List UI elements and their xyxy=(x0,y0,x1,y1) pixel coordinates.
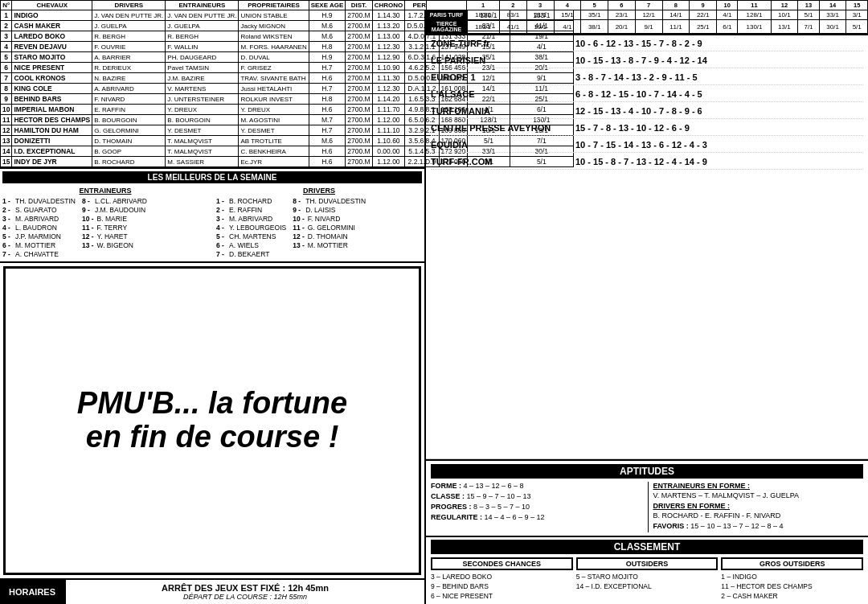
table-cell: T. MALMQVIST xyxy=(166,146,239,157)
table-cell: 2700.M xyxy=(346,125,372,136)
list-item: 3 – LAREDO BOKO xyxy=(431,573,573,581)
regularite-item: REGULARITE : 14 – 4 – 6 – 9 – 12 xyxy=(431,513,641,521)
tierce-magazine-value: 6/1 xyxy=(717,20,738,34)
table-cell: H.7 xyxy=(309,84,346,94)
classement-section: CLASSEMENT SECONDES CHANCES 3 – LAREDO B… xyxy=(426,536,868,604)
table-cell: H.8 xyxy=(309,42,346,52)
grid-col-3: 3 xyxy=(526,1,554,10)
grid-col-10: 10 xyxy=(717,1,738,10)
grid-col-8: 8 xyxy=(662,1,690,10)
paris-turf-value: 3/1 xyxy=(846,10,868,20)
table-cell: 2700.M xyxy=(346,136,372,146)
classe-label: CLASSE : xyxy=(431,492,467,500)
table-cell: Y. DESMET xyxy=(166,125,239,136)
list-item: 6 -A. WIELS xyxy=(216,241,286,249)
table-cell: 10 xyxy=(1,105,12,115)
regularite-label: REGULARITE : xyxy=(431,513,485,521)
drivers-en-forme-title: DRIVERS EN FORME : xyxy=(653,502,864,510)
table-cell: R. DERIEUX xyxy=(92,63,166,73)
table-cell: 5 xyxy=(1,52,12,63)
table-cell: PH. DAUGEARD xyxy=(166,52,239,63)
table-cell: 2700.M xyxy=(346,115,372,125)
table-cell: 6 xyxy=(1,63,12,73)
grid-col-7: 7 xyxy=(635,1,662,10)
pronostic-source: EUROPE 1 xyxy=(431,72,575,82)
pronostic-picks: 10 - 15 - 13 - 8 - 7 - 9 - 4 - 12 - 14 xyxy=(575,55,707,65)
gros-outsiders-title: GROS OUTSIDERS xyxy=(721,557,863,570)
table-cell: H.6 xyxy=(309,73,346,84)
paris-turf-value: 180/1 xyxy=(467,10,500,20)
table-cell: 11 xyxy=(1,115,12,125)
table-cell: ROLKUR INVEST xyxy=(239,94,309,105)
col-header-sexe: SEXE AGE xyxy=(309,1,346,10)
list-item: 9 -J.M. BAUDOUIN xyxy=(82,206,147,214)
table-cell: 1.14.20 xyxy=(372,94,405,105)
table-cell: I.D. EXCEPTIONAL xyxy=(12,146,92,157)
table-cell: 1.13.00 xyxy=(372,31,405,42)
table-cell: J.M. BAZIRE xyxy=(166,73,239,84)
tierce-magazine-value: 25/1 xyxy=(690,20,717,34)
pronostic-picks: 3 - 8 - 7 - 14 - 13 - 2 - 9 - 11 - 5 xyxy=(575,72,698,82)
table-cell: Ec.JYR xyxy=(239,157,309,167)
table-cell: 14 xyxy=(1,146,12,157)
table-cell: LAREDO BOKO xyxy=(12,31,92,42)
list-item: 1 -TH. DUVALDESTIN xyxy=(2,197,76,205)
table-cell: R. BERGH xyxy=(92,31,166,42)
table-cell: F. WALLIN xyxy=(166,42,239,52)
table-cell: 1.11.30 xyxy=(372,73,405,84)
tierce-magazine-value: 13/1 xyxy=(771,20,798,34)
table-cell: F. NIVARD xyxy=(92,94,166,105)
table-cell: HAMILTON DU HAM xyxy=(12,125,92,136)
aptitudes-content: FORME : 4 – 13 – 12 – 6 – 8 CLASSE : 15 … xyxy=(431,482,863,532)
table-cell: H.8 xyxy=(309,94,346,105)
paris-turf-value: 35/1 xyxy=(581,10,608,20)
progres-item: PROGRES : 8 – 3 – 5 – 7 – 10 xyxy=(431,503,641,511)
secondes-chances-col: SECONDES CHANCES 3 – LAREDO BOKO9 – BEHI… xyxy=(431,557,573,602)
pronostics-table: 1 2 3 4 5 6 7 8 9 10 11 12 13 14 15 xyxy=(426,0,868,34)
pronostic-row: EQUIDIA10 - 7 - 15 - 14 - 13 - 6 - 12 - … xyxy=(431,140,863,153)
list-item: 10 -F. NIVARD xyxy=(293,215,366,223)
aptitudes-title: APTITUDES xyxy=(431,464,863,479)
table-cell: IMPERIAL MABON xyxy=(12,105,92,115)
table-cell: 1.12.00 xyxy=(372,157,405,167)
table-cell: G. GELORMINI xyxy=(92,125,166,136)
table-cell: 1.10.60 xyxy=(372,136,405,146)
pronostic-row: L'ALSACE6 - 8 - 12 - 15 - 10 - 7 - 14 - … xyxy=(431,89,863,102)
table-cell: H.6 xyxy=(309,105,346,115)
grid-corner xyxy=(427,1,467,10)
col-header-num: N° xyxy=(1,1,12,10)
list-item: 8 -TH. DUVALDESTIN xyxy=(293,197,366,205)
table-cell: COOL KRONOS xyxy=(12,73,92,84)
table-cell: B. BOURGOIN xyxy=(92,115,166,125)
table-cell: DONIZETTI xyxy=(12,136,92,146)
table-cell: Roland WIKSTEN xyxy=(239,31,309,42)
table-cell: 1.12.30 xyxy=(372,42,405,52)
table-cell: 9 xyxy=(1,94,12,105)
table-cell: 2700.M xyxy=(346,31,372,42)
paris-turf-value: 15/1 xyxy=(554,10,581,20)
pronostic-picks: 10 - 6 - 12 - 13 - 15 - 7 - 8 - 2 - 9 xyxy=(575,39,702,48)
paris-turf-value: 5/1 xyxy=(798,10,819,20)
table-cell: J. GUELPA xyxy=(92,21,166,31)
list-item: 3 -M. ABRIVARD xyxy=(2,215,76,223)
table-cell: 2700.M xyxy=(346,10,372,21)
table-cell: 2700.M xyxy=(346,63,372,73)
list-item: 9 -D. LAISIS xyxy=(293,206,366,214)
list-item: 5 – STARO MOJITO xyxy=(576,573,719,581)
pronostic-picks: 15 - 7 - 8 - 13 - 10 - 12 - 6 - 9 xyxy=(575,123,690,133)
table-cell: M.6 xyxy=(309,21,346,31)
table-cell: A. BARRIER xyxy=(92,52,166,63)
list-item: 5 -CH. MARTENS xyxy=(216,232,286,240)
list-item: 6 -M. MOTTIER xyxy=(2,241,76,249)
table-cell: 1.12.00 xyxy=(372,115,405,125)
table-cell: Y. DREUX xyxy=(166,105,239,115)
pmu-text-line2: en fin de course ! xyxy=(86,421,339,454)
pronostic-row: LE PARISIEN10 - 15 - 13 - 8 - 7 - 9 - 4 … xyxy=(431,55,863,68)
table-cell: H.9 xyxy=(309,10,346,21)
table-cell: J. GUELPA xyxy=(166,21,239,31)
forme-label: FORME : xyxy=(431,482,464,490)
table-cell: 1.12.30 xyxy=(372,84,405,94)
pronostic-source: CENTRE PRESSE AVEYRON xyxy=(431,123,575,133)
table-cell: M.6 xyxy=(309,136,346,146)
paris-turf-value: 10/1 xyxy=(771,10,798,20)
